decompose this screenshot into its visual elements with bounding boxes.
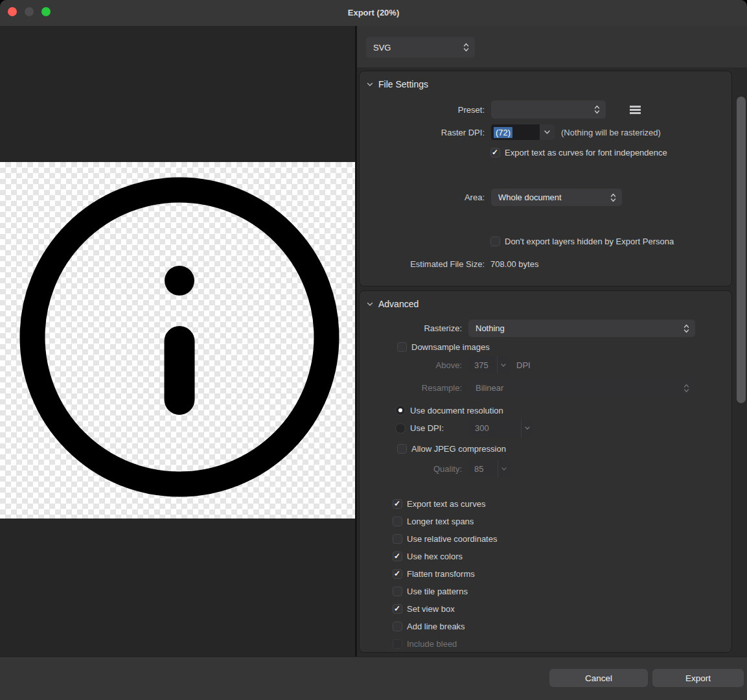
downsample-images-label[interactable]: Downsample images <box>411 342 490 352</box>
raster-dpi-selected-text: (72) <box>494 127 512 138</box>
above-dpi-value: 375 <box>468 356 497 373</box>
export-text-curves-font-label[interactable]: Export text as curves for font independe… <box>505 148 667 158</box>
estimated-size-label: Estimated File Size: <box>360 259 485 269</box>
svg-option-checkbox[interactable] <box>393 639 402 649</box>
above-dpi-select: 375 <box>468 356 509 373</box>
format-header: SVG <box>357 26 747 67</box>
file-settings-section: File Settings Preset: Raster DPI: (72) <box>359 71 732 286</box>
svg-option-label[interactable]: Set view box <box>407 604 455 614</box>
raster-dpi-label: Raster DPI: <box>360 128 485 137</box>
quality-value: 85 <box>468 460 498 478</box>
raster-dpi-input[interactable]: (72) <box>491 124 539 140</box>
dialog-footer: Cancel Export <box>0 657 747 700</box>
svg-options-list: Export text as curves Longer text spans … <box>360 495 726 653</box>
section-title: File Settings <box>378 79 428 89</box>
export-button[interactable]: Export <box>652 669 744 687</box>
quality-label: Quality: <box>360 464 462 474</box>
stepper-icon <box>684 324 689 333</box>
chevron-down-icon <box>367 82 373 87</box>
chevron-down-icon <box>521 419 533 437</box>
export-text-curves-font-checkbox[interactable] <box>490 148 500 158</box>
resample-select: Bilinear <box>468 379 695 397</box>
export-dialog: Export (20%) SVG <box>0 0 747 700</box>
raster-dpi-dropdown-button[interactable] <box>539 124 555 140</box>
svg-option-checkbox[interactable] <box>393 534 402 544</box>
stepper-icon <box>610 193 616 202</box>
export-settings-panel: SVG File Settings Preset: <box>357 26 747 657</box>
svg-option-label[interactable]: Use hex colors <box>407 552 463 561</box>
svg-option-checkbox[interactable] <box>393 499 402 509</box>
svg-option-label[interactable]: Export text as curves <box>407 499 485 509</box>
stepper-icon <box>684 384 689 393</box>
svg-option-label[interactable]: Include bleed <box>407 639 457 649</box>
chevron-down-icon <box>497 356 509 373</box>
svg-option-row[interactable]: Export text as curves <box>360 495 726 513</box>
svg-option-row[interactable]: Set view box <box>360 600 726 618</box>
info-icon-preview <box>0 162 355 519</box>
svg-option-checkbox[interactable] <box>393 604 402 614</box>
rasterize-select[interactable]: Nothing <box>468 320 695 337</box>
chevron-down-icon <box>498 460 510 478</box>
use-document-resolution-radio[interactable] <box>395 405 406 415</box>
scrollbar-thumb[interactable] <box>737 97 746 403</box>
section-title: Advanced <box>378 299 419 309</box>
rasterize-label: Rasterize: <box>360 323 462 333</box>
preset-select[interactable] <box>491 100 606 119</box>
dont-export-hidden-layers-label[interactable]: Don't export layers hidden by Export Per… <box>505 237 674 246</box>
svg-option-row[interactable]: Use relative coordinates <box>360 530 726 548</box>
advanced-section: Advanced Rasterize: Nothing Downsample i… <box>359 290 732 653</box>
svg-option-row[interactable]: Flatten transforms <box>360 565 726 583</box>
downsample-images-checkbox[interactable] <box>397 342 407 352</box>
svg-option-label[interactable]: Add line breaks <box>407 622 465 631</box>
transparency-checkerboard <box>0 162 355 519</box>
titlebar: Export (20%) <box>0 0 747 26</box>
svg-option-checkbox[interactable] <box>393 569 402 579</box>
resample-select-value: Bilinear <box>476 383 684 393</box>
svg-option-checkbox[interactable] <box>393 587 402 596</box>
svg-option-label[interactable]: Longer text spans <box>407 517 474 526</box>
svg-option-row[interactable]: Add line breaks <box>360 618 726 635</box>
preview-pane <box>0 26 355 657</box>
above-label: Above: <box>360 360 462 370</box>
area-label: Area: <box>360 192 485 202</box>
svg-option-label[interactable]: Flatten transforms <box>407 569 475 579</box>
use-dpi-value: 300 <box>469 419 521 437</box>
stepper-icon <box>594 105 600 114</box>
allow-jpeg-compression-label[interactable]: Allow JPEG compression <box>411 444 506 454</box>
svg-option-checkbox[interactable] <box>393 517 402 526</box>
svg-option-row[interactable]: Longer text spans <box>360 513 726 530</box>
preset-label: Preset: <box>360 105 485 115</box>
chevron-down-icon <box>367 302 373 307</box>
format-select[interactable]: SVG <box>366 37 475 58</box>
svg-option-row[interactable]: Use hex colors <box>360 548 726 565</box>
area-select[interactable]: Whole document <box>491 189 622 206</box>
svg-option-checkbox[interactable] <box>393 552 402 561</box>
svg-option-label[interactable]: Use relative coordinates <box>407 534 497 544</box>
svg-option-label[interactable]: Use tile patterns <box>407 587 468 596</box>
svg-option-row[interactable]: Include bleed <box>360 635 726 653</box>
svg-option-checkbox[interactable] <box>393 622 402 631</box>
use-dpi-radio[interactable] <box>395 423 406 434</box>
use-document-resolution-label[interactable]: Use document resolution <box>410 406 503 415</box>
area-select-value: Whole document <box>498 192 610 202</box>
cancel-button[interactable]: Cancel <box>549 669 648 687</box>
resample-label: Resample: <box>360 383 462 393</box>
rasterize-select-value: Nothing <box>476 323 684 333</box>
file-settings-header[interactable]: File Settings <box>367 79 428 89</box>
use-dpi-label[interactable]: Use DPI: <box>410 423 469 433</box>
allow-jpeg-compression-checkbox[interactable] <box>397 444 407 454</box>
use-dpi-select: 300 <box>469 419 533 437</box>
svg-option-row[interactable]: Use tile patterns <box>360 583 726 600</box>
dont-export-hidden-layers-checkbox[interactable] <box>490 237 500 246</box>
format-select-value: SVG <box>373 43 463 52</box>
preset-menu-icon[interactable] <box>630 106 641 114</box>
quality-select: 85 <box>468 460 510 478</box>
estimated-size-value: 708.00 bytes <box>490 259 538 269</box>
advanced-header[interactable]: Advanced <box>367 299 419 309</box>
window-title: Export (20%) <box>0 0 747 26</box>
raster-dpi-note: (Nothing will be rasterized) <box>561 128 661 137</box>
chevron-down-icon <box>544 130 550 134</box>
above-dpi-suffix: DPI <box>516 360 531 370</box>
stepper-icon <box>463 43 469 52</box>
